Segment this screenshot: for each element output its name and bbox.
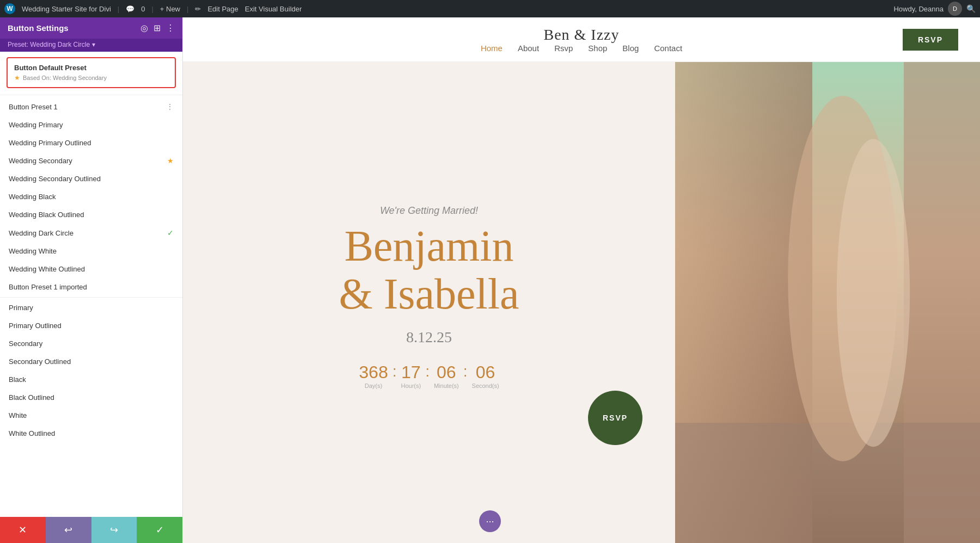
preset-item-secondary[interactable]: Secondary: [0, 335, 182, 353]
countdown-hours-label: Hour(s): [401, 382, 421, 389]
search-icon[interactable]: 🔍: [966, 4, 976, 13]
hero-name2: & Isabella: [339, 270, 519, 318]
dots-icon-preset1[interactable]: ⋮: [166, 102, 174, 111]
wp-logo[interactable]: W: [4, 3, 15, 14]
countdown-days: 368 Day(s): [359, 362, 388, 389]
nav-blog[interactable]: Blog: [622, 44, 639, 53]
preset-label-wedding-dark-circle: Wedding Dark Circle: [9, 229, 167, 237]
preset-item-black-outlined[interactable]: Black Outlined: [0, 388, 182, 406]
nav-rsvp[interactable]: Rsvp: [554, 44, 573, 53]
preset-label[interactable]: Preset: Wedding Dark Circle ▾: [0, 39, 182, 52]
countdown-hours-num: 17: [401, 362, 421, 382]
more-icon[interactable]: ⋮: [166, 23, 175, 33]
columns-icon[interactable]: ⊞: [154, 23, 161, 33]
countdown-minutes-label: Minute(s): [434, 382, 459, 389]
nav-home[interactable]: Home: [481, 44, 503, 53]
preset-label-secondary-outlined: Secondary Outlined: [9, 357, 174, 366]
preset-item-wedding-black-outlined[interactable]: Wedding Black Outlined: [0, 206, 182, 224]
preset-item-white[interactable]: White: [0, 406, 182, 424]
nav-shop[interactable]: Shop: [588, 44, 607, 53]
preset-label-black: Black: [9, 375, 174, 384]
preset-item-secondary-outlined[interactable]: Secondary Outlined: [0, 353, 182, 371]
preset-item-black[interactable]: Black: [0, 371, 182, 388]
hero-subtitle: We're Getting Married!: [380, 205, 478, 217]
preset-item-wedding-white-outlined[interactable]: Wedding White Outlined: [0, 260, 182, 278]
nav-about[interactable]: About: [518, 44, 539, 53]
preset-item-wedding-secondary[interactable]: Wedding Secondary ★: [0, 152, 182, 170]
comment-count[interactable]: 0: [141, 5, 145, 13]
separator-3: |: [187, 5, 188, 13]
default-preset-based: ★ Based On: Wedding Secondary: [14, 74, 168, 82]
comment-icon: 💬: [126, 5, 134, 13]
rsvp-circle-button[interactable]: RSVP: [588, 391, 642, 445]
countdown-days-num: 368: [359, 362, 388, 382]
countdown-sep-3: :: [463, 363, 468, 380]
site-logo: Ben & Izzy: [543, 26, 619, 44]
close-button[interactable]: ✕: [0, 517, 46, 543]
save-icon: ✓: [156, 524, 164, 536]
preset-item-wedding-white[interactable]: Wedding White: [0, 242, 182, 260]
close-icon: ✕: [19, 524, 27, 536]
user-menu[interactable]: Howdy, Deanna D 🔍: [893, 2, 976, 16]
preset-label-black-outlined: Black Outlined: [9, 393, 174, 402]
panel-title: Button Settings: [8, 23, 69, 33]
preset-item-wedding-primary[interactable]: Wedding Primary: [0, 116, 182, 134]
redo-icon: ↪: [110, 524, 118, 536]
preset-dropdown-area: Button Default Preset ★ Based On: Weddin…: [0, 52, 182, 95]
default-preset-box: Button Default Preset ★ Based On: Weddin…: [7, 57, 176, 88]
admin-bar: W Wedding Starter Site for Divi | 💬 0 | …: [0, 0, 980, 17]
separator-1: |: [118, 5, 119, 13]
avatar[interactable]: D: [948, 2, 962, 16]
save-button[interactable]: ✓: [137, 517, 182, 543]
countdown-sep-2: :: [425, 363, 430, 380]
preset-label-secondary: Secondary: [9, 340, 174, 348]
undo-icon: ↩: [64, 524, 72, 536]
new-button[interactable]: + New: [160, 5, 180, 13]
site-nav: Ben & Izzy Home About Rsvp Shop Blog Con…: [183, 17, 980, 62]
rsvp-nav-button[interactable]: RSVP: [903, 29, 958, 51]
preset-label-wedding-black: Wedding Black: [9, 193, 174, 201]
countdown-minutes: 06 Minute(s): [434, 362, 459, 389]
preset-label-white: White: [9, 411, 174, 419]
preset-item-white-outlined[interactable]: White Outlined: [0, 424, 182, 442]
nav-contact[interactable]: Contact: [654, 44, 682, 53]
hero-right: [675, 62, 980, 543]
preset-item-button-preset-imported[interactable]: Button Preset 1 imported: [0, 278, 182, 296]
preset-item-wedding-black[interactable]: Wedding Black: [0, 188, 182, 206]
main-area: Button Settings ◎ ⊞ ⋮ Preset: Wedding Da…: [0, 17, 980, 543]
star-badge-secondary: ★: [167, 157, 174, 165]
hero-name1: Benjamin: [339, 222, 519, 270]
hero-section: We're Getting Married! Benjamin & Isabel…: [183, 62, 980, 543]
site-name[interactable]: Wedding Starter Site for Divi: [22, 5, 111, 13]
based-on-label: Based On: Wedding Secondary: [23, 75, 107, 81]
preset-label-wedding-white-outlined: Wedding White Outlined: [9, 265, 174, 273]
edit-page[interactable]: Edit Page: [207, 5, 238, 13]
countdown-days-label: Day(s): [359, 382, 388, 389]
exit-builder[interactable]: Exit Visual Builder: [245, 5, 302, 13]
preset-label-wedding-black-outlined: Wedding Black Outlined: [9, 211, 174, 219]
circle-icon[interactable]: ◎: [140, 23, 148, 33]
floating-dots-button[interactable]: ···: [479, 510, 501, 532]
preset-label-primary-outlined: Primary Outlined: [9, 322, 174, 330]
howdy-text: Howdy, Deanna: [893, 5, 944, 13]
preset-label-text: Preset: Wedding Dark Circle ▾: [8, 41, 95, 48]
preset-item-wedding-secondary-outlined[interactable]: Wedding Secondary Outlined: [0, 170, 182, 188]
preset-item-primary-outlined[interactable]: Primary Outlined: [0, 317, 182, 335]
preset-item-button-preset-1[interactable]: Button Preset 1 ⋮: [0, 97, 182, 116]
svg-point-5: [837, 139, 910, 447]
preset-item-primary[interactable]: Primary: [0, 299, 182, 317]
separator-2: |: [151, 5, 153, 13]
preset-label-wedding-primary: Wedding Primary: [9, 121, 174, 129]
preset-item-wedding-dark-circle[interactable]: Wedding Dark Circle ✓: [0, 224, 182, 242]
countdown-seconds-num: 06: [472, 362, 499, 382]
preset-item-wedding-primary-outlined[interactable]: Wedding Primary Outlined: [0, 134, 182, 152]
countdown-seconds-label: Second(s): [472, 382, 499, 389]
hero-left: We're Getting Married! Benjamin & Isabel…: [183, 62, 675, 543]
preview-area: Ben & Izzy Home About Rsvp Shop Blog Con…: [183, 17, 980, 543]
redo-button[interactable]: ↪: [91, 517, 137, 543]
undo-button[interactable]: ↩: [46, 517, 91, 543]
countdown-seconds: 06 Second(s): [472, 362, 499, 389]
preset-label-button-preset-1: Button Preset 1: [9, 103, 166, 111]
star-icon: ★: [14, 74, 20, 82]
bottom-toolbar: ✕ ↩ ↪ ✓: [0, 517, 182, 543]
